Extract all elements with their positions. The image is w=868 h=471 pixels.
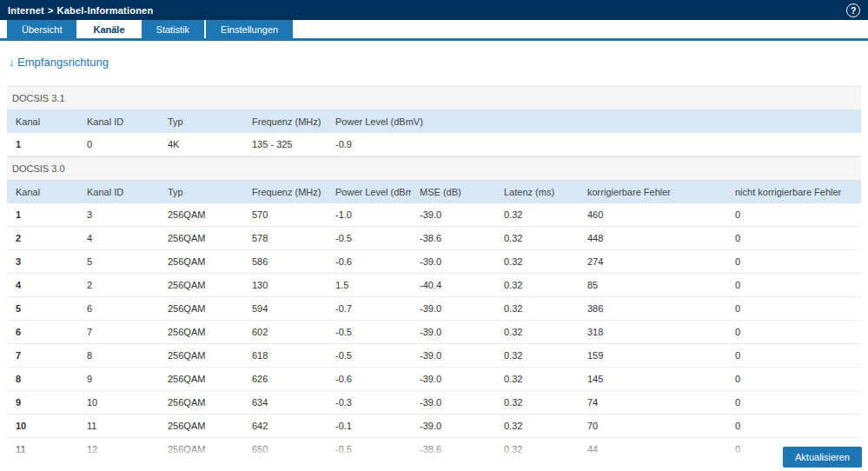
table-row: 24256QAM578-0.5-38.60.324480 xyxy=(7,227,861,250)
cell: -39.0 xyxy=(411,297,495,321)
cell: 618 xyxy=(243,344,327,368)
cell: 74 xyxy=(579,391,726,415)
cell: 594 xyxy=(243,297,327,321)
help-icon[interactable]: ? xyxy=(846,3,860,17)
cell: 0 xyxy=(726,368,861,391)
cell: 0 xyxy=(726,227,861,250)
cell: 256QAM xyxy=(159,227,243,250)
cell: 634 xyxy=(243,391,327,415)
cell: -0.7 xyxy=(327,297,411,321)
cell: 4 xyxy=(7,274,78,297)
cell: 159 xyxy=(579,344,726,368)
tab-kanaele[interactable]: Kanäle xyxy=(78,20,139,38)
tab-uebersicht[interactable]: Übersicht xyxy=(7,20,76,38)
cell: 8 xyxy=(7,368,78,391)
cell: 0.32 xyxy=(495,297,579,321)
cell: 256QAM xyxy=(159,250,243,274)
cell: 4K xyxy=(159,133,243,156)
cell: 7 xyxy=(7,344,78,368)
cell: 256QAM xyxy=(159,391,243,415)
docsis31-table-wrap: KanalKanal IDTypFrequenz (MHz)Power Leve… xyxy=(7,110,861,156)
cell: 0.32 xyxy=(495,344,579,368)
column-header: korrigierbare Fehler xyxy=(579,181,726,203)
cell: 460 xyxy=(579,203,726,227)
cell: 0 xyxy=(726,250,861,274)
table-row: 13256QAM570-1.0-39.00.324600 xyxy=(7,203,861,227)
table-row: 89256QAM626-0.6-39.00.321450 xyxy=(7,368,861,391)
cell: 256QAM xyxy=(159,203,243,227)
cell: 578 xyxy=(243,227,327,250)
empfangsrichtung-link[interactable]: ↓ Empfangsrichtung xyxy=(9,56,109,69)
cell: 1 xyxy=(7,203,78,227)
cell: -39.0 xyxy=(411,344,495,368)
column-header: MSE (dB) xyxy=(411,181,495,203)
column-header: Power Level (dBmV) xyxy=(327,110,861,133)
column-header: Typ xyxy=(159,181,243,203)
table-row: 78256QAM618-0.5-39.00.321590 xyxy=(7,344,861,368)
cell: 0.32 xyxy=(495,227,579,250)
column-header: Kanal ID xyxy=(78,181,159,203)
cell: 130 xyxy=(243,274,327,297)
column-header: Kanal ID xyxy=(78,110,159,133)
cell: -0.5 xyxy=(327,227,411,250)
cell: 10 xyxy=(78,391,159,415)
column-header: Typ xyxy=(159,110,243,133)
cell: -39.0 xyxy=(411,203,495,227)
cell: 5 xyxy=(7,297,78,321)
column-header: Kanal xyxy=(7,181,78,203)
cell: 11 xyxy=(78,415,159,438)
cell: 4 xyxy=(78,227,159,250)
cell: 274 xyxy=(579,250,726,274)
breadcrumb: Internet > Kabel-Informationen xyxy=(8,5,153,16)
cell: 85 xyxy=(579,274,726,297)
docsis30-table-wrap: KanalKanal IDTypFrequenz (MHz)Power Leve… xyxy=(7,181,861,471)
cell: 8 xyxy=(78,344,159,368)
docsis30-header-row: KanalKanal IDTypFrequenz (MHz)Power Leve… xyxy=(7,181,861,203)
table-row: 35256QAM586-0.6-39.00.322740 xyxy=(7,250,861,274)
cell: 642 xyxy=(243,415,327,438)
cell: -0.3 xyxy=(327,391,411,415)
table-row: 104K135 - 325-0.9 xyxy=(7,133,861,156)
main-content: ↓ Empfangsrichtung DOCSIS 3.1 KanalKanal… xyxy=(0,41,868,471)
cell: 0 xyxy=(726,344,861,368)
cell: 0 xyxy=(78,133,159,156)
refresh-button[interactable]: Aktualisieren xyxy=(783,447,862,468)
column-header: Kanal xyxy=(7,110,78,133)
cell: 0 xyxy=(726,203,861,227)
cell: 0.32 xyxy=(495,274,579,297)
cell: 3 xyxy=(78,203,159,227)
cell: -0.5 xyxy=(327,321,411,344)
column-header: nicht korrigierbare Fehler xyxy=(726,181,861,203)
table-row: 910256QAM634-0.3-39.00.32740 xyxy=(7,391,861,415)
table-row: 1011256QAM642-0.1-39.00.32700 xyxy=(7,415,861,438)
cell: 0 xyxy=(726,415,861,438)
column-header: Frequenz (MHz) xyxy=(243,181,327,203)
footer: Aktualisieren xyxy=(0,440,868,471)
cell: 9 xyxy=(7,391,78,415)
top-bar: Internet > Kabel-Informationen ? xyxy=(0,0,868,20)
cell: 0.32 xyxy=(495,250,579,274)
docsis31-header-row: KanalKanal IDTypFrequenz (MHz)Power Leve… xyxy=(7,110,861,133)
column-header: Latenz (ms) xyxy=(495,181,579,203)
column-header: Frequenz (MHz) xyxy=(243,110,327,133)
tab-bar: Übersicht Kanäle Statistik Einstellungen xyxy=(0,20,868,41)
docsis31-table: KanalKanal IDTypFrequenz (MHz)Power Leve… xyxy=(7,110,861,156)
table-row: 42256QAM1301.5-40.40.32850 xyxy=(7,274,861,297)
tab-statistik[interactable]: Statistik xyxy=(142,20,205,38)
cell: 386 xyxy=(579,297,726,321)
table-row: 56256QAM594-0.7-39.00.323860 xyxy=(7,297,861,321)
cell: -39.0 xyxy=(411,391,495,415)
cell: 5 xyxy=(78,250,159,274)
cell: 570 xyxy=(243,203,327,227)
cell: 318 xyxy=(579,321,726,344)
tab-einstellungen[interactable]: Einstellungen xyxy=(206,20,293,38)
cell: 256QAM xyxy=(159,368,243,391)
cell: 0.32 xyxy=(495,368,579,391)
table-row: 67256QAM602-0.5-39.00.323180 xyxy=(7,321,861,344)
breadcrumb-page: Kabel-Informationen xyxy=(57,5,154,16)
breadcrumb-section[interactable]: Internet xyxy=(8,5,44,16)
section-title-docsis30: DOCSIS 3.0 xyxy=(7,156,861,181)
cell: 1.5 xyxy=(327,274,411,297)
cell: 0 xyxy=(726,297,861,321)
cell: -0.5 xyxy=(327,344,411,368)
